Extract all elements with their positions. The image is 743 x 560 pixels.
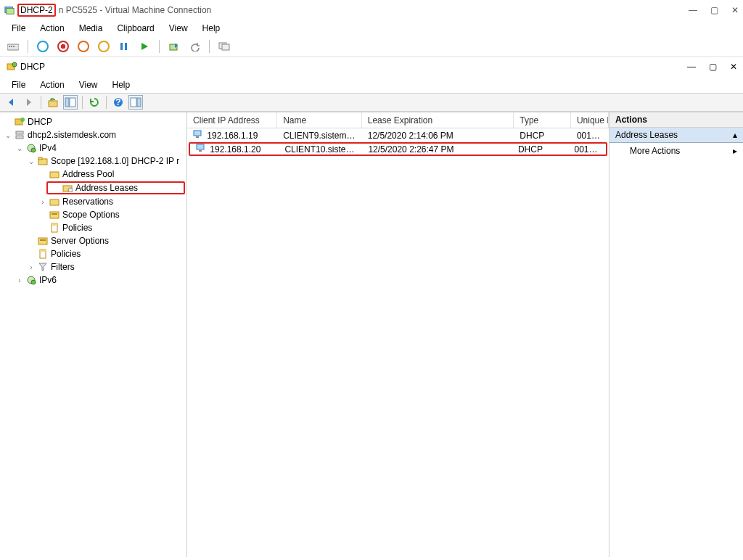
dhcp-window: DHCP — ▢ ✕ File Action View Help ? — [0, 57, 743, 557]
col-client-ip[interactable]: Client IP Address — [187, 112, 277, 128]
svg-rect-29 — [50, 172, 59, 178]
vmconn-menubar: File Action Media Clipboard View Help — [0, 20, 743, 36]
dhcp-toolbar: ? — [0, 93, 743, 112]
vm-tb-ctrl-alt-del[interactable] — [6, 39, 20, 54]
vm-tb-start[interactable] — [36, 39, 50, 54]
vm-menu-file[interactable]: File — [6, 22, 31, 35]
svg-rect-34 — [52, 213, 57, 215]
vm-tb-checkpoint[interactable] — [167, 39, 181, 54]
tb-forward-button[interactable] — [22, 95, 36, 110]
dhcp-menu-help[interactable]: Help — [107, 78, 136, 91]
vm-tb-reset[interactable] — [137, 39, 152, 54]
vmconn-title-highlight: DHCP-2 — [17, 4, 56, 17]
col-type[interactable]: Type — [514, 112, 571, 128]
svg-rect-19 — [131, 98, 136, 107]
filter-icon — [36, 261, 49, 273]
leases-icon — [61, 182, 74, 194]
vm-tb-revert[interactable] — [187, 39, 202, 54]
vm-tb-enhanced[interactable] — [217, 39, 231, 54]
tree-root[interactable]: DHCP — [1, 115, 186, 128]
vmconn-titlebar: DHCP-2 n PC5525 - Virtual Machine Connec… — [0, 0, 743, 20]
col-lease[interactable]: Lease Expiration — [362, 112, 514, 128]
vm-menu-view[interactable]: View — [163, 22, 194, 35]
policies-icon — [48, 222, 61, 234]
dhcp-menu-action[interactable]: Action — [34, 78, 70, 91]
svg-rect-16 — [70, 98, 75, 107]
vmconn-minimize-button[interactable]: — — [689, 5, 697, 15]
vmconn-toolbar — [0, 36, 743, 57]
tree-server[interactable]: ⌄ dhcp2.sistemdesk.com — [1, 128, 186, 141]
vm-menu-media[interactable]: Media — [73, 22, 109, 35]
tb-up-button[interactable] — [46, 95, 60, 110]
tree-pane: DHCP ⌄ dhcp2.sistemdesk.com ⌄ IPv4 ⌄ Sco… — [0, 112, 187, 557]
svg-rect-36 — [52, 223, 57, 226]
expand-toggle[interactable]: ⌄ — [3, 131, 13, 139]
expand-toggle[interactable]: › — [38, 198, 48, 206]
computer-icon — [193, 130, 205, 140]
tb-back-button[interactable] — [4, 95, 19, 110]
ipv4-icon — [25, 142, 38, 154]
svg-rect-45 — [197, 144, 204, 149]
expand-toggle[interactable]: › — [26, 263, 36, 271]
tb-show-hide-action[interactable] — [128, 95, 143, 110]
expand-toggle[interactable]: ⌄ — [26, 157, 36, 165]
col-uid[interactable]: Unique I — [571, 112, 609, 128]
svg-point-22 — [20, 118, 25, 122]
options-icon — [36, 235, 49, 247]
svg-point-42 — [31, 280, 36, 284]
actions-more[interactable]: More Actions ▸ — [609, 143, 743, 159]
svg-text:?: ? — [115, 97, 120, 107]
col-name[interactable]: Name — [277, 112, 362, 128]
folder-icon — [36, 155, 49, 167]
tree-scope-options[interactable]: Scope Options — [1, 208, 186, 221]
tb-refresh-button[interactable] — [87, 95, 102, 110]
vmconn-close-button[interactable]: ✕ — [731, 5, 739, 15]
svg-rect-28 — [38, 157, 42, 160]
vm-menu-help[interactable]: Help — [197, 22, 226, 35]
vm-tb-turnoff[interactable] — [56, 39, 70, 54]
expand-toggle[interactable]: › — [15, 276, 25, 284]
lease-row[interactable]: 192.168.1.20 CLIENT10.sistemde... 12/5/2… — [189, 142, 607, 156]
actions-section-header[interactable]: Address Leases ▴ — [609, 128, 743, 143]
vm-menu-action[interactable]: Action — [34, 22, 70, 35]
tb-show-hide-tree[interactable] — [63, 95, 78, 110]
dhcp-menu-file[interactable]: File — [6, 78, 31, 91]
svg-rect-23 — [16, 131, 23, 134]
svg-marker-8 — [141, 43, 148, 50]
vmconn-icon — [4, 5, 15, 15]
policies-icon — [36, 248, 49, 260]
svg-rect-38 — [40, 239, 46, 241]
vm-menu-clipboard[interactable]: Clipboard — [111, 22, 160, 35]
vmconn-title-rest: n PC5525 - Virtual Machine Connection — [59, 5, 212, 15]
vm-tb-save[interactable] — [97, 39, 111, 54]
dhcp-menubar: File Action View Help — [0, 77, 743, 93]
tree-scope[interactable]: ⌄ Scope [192.168.1.0] DHCP-2 IP r — [1, 155, 186, 168]
vm-tb-pause[interactable] — [117, 39, 131, 54]
tree-scope-policies[interactable]: Policies — [1, 221, 186, 234]
svg-rect-3 — [9, 46, 10, 47]
svg-rect-43 — [194, 131, 201, 136]
computer-icon — [196, 144, 208, 154]
dhcp-menu-view[interactable]: View — [73, 78, 104, 91]
tree-address-pool[interactable]: Address Pool — [1, 168, 186, 181]
vm-tb-shutdown[interactable] — [76, 39, 91, 54]
tree-ipv6[interactable]: › IPv6 — [1, 273, 186, 287]
tree-server-policies[interactable]: Policies — [1, 247, 186, 260]
toolbar-separator — [209, 40, 210, 53]
toolbar-separator — [28, 40, 28, 53]
tree-filters[interactable]: › Filters — [1, 260, 186, 273]
dhcp-title: DHCP — [17, 62, 45, 72]
tb-help-button[interactable]: ? — [111, 95, 126, 110]
tree-address-leases[interactable]: Address Leases — [46, 181, 185, 194]
ipv6-icon — [25, 274, 38, 286]
tree-reservations[interactable]: › Reservations — [1, 195, 186, 208]
dhcp-maximize-button[interactable]: ▢ — [709, 62, 717, 72]
dhcp-app-icon — [6, 61, 17, 73]
tree-ipv4[interactable]: ⌄ IPv4 — [1, 141, 186, 155]
vmconn-maximize-button[interactable]: ▢ — [710, 5, 718, 15]
dhcp-minimize-button[interactable]: — — [687, 62, 696, 72]
expand-toggle[interactable]: ⌄ — [15, 144, 25, 152]
lease-row[interactable]: 192.168.1.19 CLIENT9.sistemdes... 12/5/2… — [187, 128, 609, 142]
dhcp-close-button[interactable]: ✕ — [730, 62, 737, 72]
tree-server-options[interactable]: Server Options — [1, 234, 186, 247]
